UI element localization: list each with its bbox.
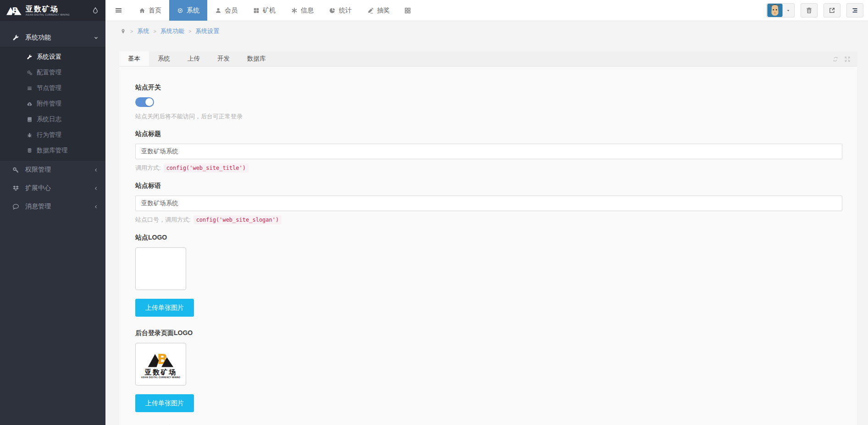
- admin-login-logo-label: 后台登录页面LOGO: [135, 329, 842, 337]
- sidebar-item-system-functions[interactable]: 系统功能: [0, 28, 105, 47]
- comment-icon: [12, 203, 19, 210]
- admin-login-logo-upload-button[interactable]: 上传单张图片: [135, 394, 194, 412]
- admin-login-logo-preview[interactable]: B 亚数矿场 ASIAN DIGITAL CURRENCY MINING: [135, 343, 186, 386]
- config-code: config('web_site_slogan'): [194, 215, 282, 224]
- sidebar-toggle-button[interactable]: [105, 0, 131, 21]
- nav-tab-label: 抽奖: [377, 6, 390, 15]
- open-frontend-button[interactable]: [824, 3, 840, 17]
- hamburger-icon: [115, 6, 122, 14]
- grid-icon: [404, 7, 411, 14]
- site-logo-upload-button[interactable]: 上传单张图片: [135, 299, 194, 317]
- settings-panel: 基本 系统 上传 开发 数据库 站点开关 站点关闭后将不能访问，后台可正常登录 …: [119, 51, 857, 425]
- refresh-icon[interactable]: [832, 56, 839, 62]
- user-avatar-dropdown[interactable]: [766, 3, 795, 17]
- sidebar-item-database-management[interactable]: 数据库管理: [0, 143, 105, 158]
- chevron-down-icon: [94, 35, 99, 40]
- tab-database[interactable]: 数据库: [238, 51, 275, 66]
- sidebar-item-label: 系统功能: [25, 34, 51, 42]
- apps-grid-button[interactable]: [398, 0, 418, 21]
- sidebar-logo-bar[interactable]: B 亚数矿场 ASIAN DIGITAL CURRENCY MINING: [0, 0, 105, 21]
- field-admin-login-logo: 后台登录页面LOGO B 亚数矿场 ASIAN DIGITAL CURRENCY…: [135, 329, 842, 419]
- sidebar-item-system-settings[interactable]: 系统设置: [0, 49, 105, 65]
- nav-tab-lottery[interactable]: 抽奖: [359, 0, 398, 21]
- sidebar-item-attachment-management[interactable]: 附件管理: [0, 96, 105, 112]
- settings-tabs: 基本 系统 上传 开发 数据库: [119, 51, 857, 67]
- sidebar-item-behavior-management[interactable]: 行为管理: [0, 127, 105, 143]
- sidebar-item-permission-management[interactable]: 权限管理: [0, 161, 105, 179]
- breadcrumb: > 系统 > 系统功能 > 系统设置: [105, 21, 868, 41]
- site-title-hint: 调用方式: config('web_site_title'): [135, 163, 842, 173]
- site-logo-preview[interactable]: [135, 247, 186, 290]
- nav-tab-system[interactable]: 系统: [169, 0, 207, 21]
- sidebar-item-node-management[interactable]: 节点管理: [0, 80, 105, 96]
- book-icon: [26, 117, 33, 123]
- tab-develop[interactable]: 开发: [209, 51, 238, 66]
- asterisk-icon: [291, 7, 298, 14]
- sidebar-item-system-logs[interactable]: 系统日志: [0, 112, 105, 127]
- site-logo-label: 站点LOGO: [135, 234, 842, 242]
- nav-tab-miners[interactable]: 矿机: [245, 0, 283, 21]
- sidebar-item-label: 系统日志: [37, 115, 61, 123]
- key-icon: [12, 167, 19, 173]
- wrench-icon: [12, 34, 19, 41]
- nav-tab-members[interactable]: 会员: [207, 0, 245, 21]
- trash-icon: [806, 7, 813, 14]
- clear-cache-button[interactable]: [801, 3, 818, 17]
- breadcrumb-separator: >: [130, 28, 133, 34]
- tab-basic[interactable]: 基本: [119, 51, 149, 66]
- fullscreen-icon[interactable]: [844, 56, 851, 62]
- nav-tab-information[interactable]: 信息: [283, 0, 321, 21]
- panel-tools: [832, 51, 851, 67]
- sidebar-item-extension-center[interactable]: 扩展中心: [0, 179, 105, 197]
- submenu-system-functions: 系统设置 配置管理 节点管理 附件管理 系统日志 行为管理: [0, 47, 105, 161]
- nav-tab-label: 会员: [225, 6, 238, 15]
- pie-chart-icon: [329, 7, 336, 14]
- breadcrumb-link-system[interactable]: 系统: [137, 27, 149, 35]
- nav-tab-label: 矿机: [263, 6, 276, 15]
- brand-name: 亚数矿场: [26, 6, 70, 13]
- breadcrumb-link-system-settings[interactable]: 系统设置: [195, 27, 219, 35]
- site-slogan-input[interactable]: [135, 196, 842, 211]
- sidebar-item-label: 配置管理: [37, 68, 61, 77]
- tab-system[interactable]: 系统: [149, 51, 179, 66]
- nav-tab-home[interactable]: 首页: [131, 0, 169, 21]
- brand-subtitle: ASIAN DIGITAL CURRENCY MINING: [141, 376, 181, 379]
- chevron-left-icon: [94, 168, 99, 173]
- site-switch-label: 站点开关: [135, 84, 842, 92]
- database-icon: [26, 148, 33, 154]
- pencil-icon: [367, 7, 374, 14]
- field-site-title: 站点标题 调用方式: config('web_site_title'): [135, 130, 842, 173]
- cloud-upload-icon: [26, 101, 33, 107]
- navbar-right-tools: [766, 0, 868, 21]
- breadcrumb-link-system-functions[interactable]: 系统功能: [160, 27, 184, 35]
- caret-down-icon: [786, 8, 791, 13]
- sidebar-item-label: 行为管理: [37, 131, 61, 139]
- sidebar-item-label: 节点管理: [37, 84, 61, 92]
- field-site-switch: 站点开关 站点关闭后将不能访问，后台可正常登录: [135, 84, 842, 121]
- th-large-icon: [253, 7, 260, 14]
- site-title-input[interactable]: [135, 144, 842, 159]
- site-switch-toggle[interactable]: [135, 97, 154, 107]
- config-code: config('web_site_title'): [164, 163, 249, 173]
- chevron-left-icon: [94, 186, 99, 191]
- hint-text: 站点口号，调用方式:: [135, 216, 191, 224]
- sidebar-item-config-management[interactable]: 配置管理: [0, 65, 105, 80]
- nav-tab-statistics[interactable]: 统计: [321, 0, 359, 21]
- brand-name: 亚数矿场: [145, 368, 177, 376]
- list-icon: [26, 85, 33, 91]
- sidebar-item-label: 扩展中心: [25, 184, 51, 192]
- top-navbar: 首页 系统 会员 矿机 信息 统计 抽奖: [105, 0, 868, 21]
- toggle-topbar-button[interactable]: [846, 3, 863, 17]
- list-alt-icon: [851, 7, 858, 14]
- sidebar-item-label: 系统设置: [37, 53, 61, 61]
- external-link-icon: [829, 7, 835, 14]
- sidebar-item-label: 权限管理: [25, 166, 51, 174]
- dropbox-icon: [12, 185, 19, 192]
- breadcrumb-separator: >: [188, 28, 191, 34]
- gear-icon: [177, 7, 183, 14]
- tab-upload[interactable]: 上传: [179, 51, 209, 66]
- nav-tab-label: 系统: [187, 6, 199, 15]
- nav-tab-label: 首页: [149, 6, 161, 15]
- sidebar-item-message-management[interactable]: 消息管理: [0, 197, 105, 216]
- drop-icon[interactable]: [92, 7, 99, 14]
